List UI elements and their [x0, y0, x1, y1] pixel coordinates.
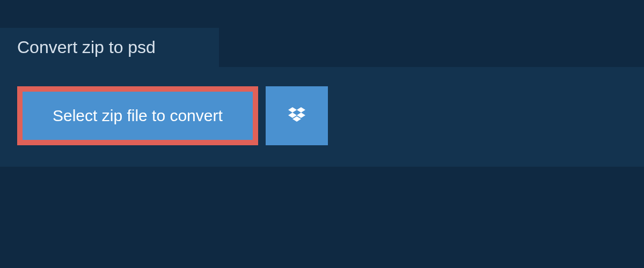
- svg-marker-0: [288, 107, 297, 113]
- svg-marker-1: [297, 107, 305, 113]
- select-file-highlight: Select zip file to convert: [17, 86, 258, 145]
- button-row: Select zip file to convert: [17, 86, 627, 145]
- dropbox-button[interactable]: [266, 86, 328, 145]
- svg-marker-4: [292, 116, 301, 122]
- select-file-button[interactable]: Select zip file to convert: [23, 92, 253, 140]
- content-panel: Select zip file to convert: [0, 67, 644, 167]
- svg-marker-3: [297, 113, 305, 118]
- tab-header: Convert zip to psd: [0, 28, 219, 67]
- dropbox-icon: [286, 105, 308, 126]
- page-title: Convert zip to psd: [17, 38, 202, 57]
- svg-marker-2: [288, 113, 297, 118]
